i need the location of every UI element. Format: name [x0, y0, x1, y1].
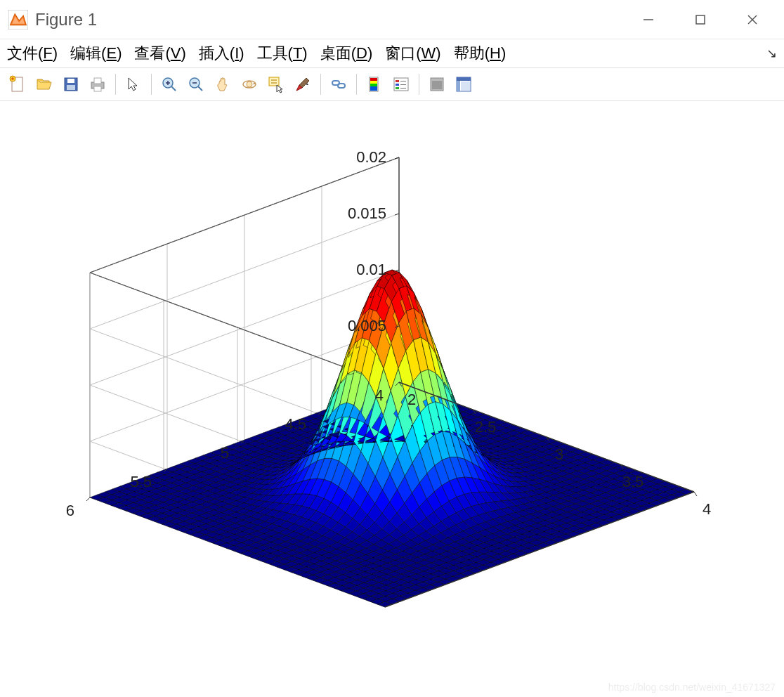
close-icon: [746, 13, 759, 26]
colorbar-icon: [365, 75, 384, 93]
hand-icon: [214, 75, 232, 93]
menu-dock-arrow-icon[interactable]: ↘: [766, 46, 777, 61]
toolbar-separator: [419, 74, 419, 95]
svg-rect-26: [338, 84, 345, 88]
toolbar-separator: [356, 74, 357, 95]
svg-text:0.01: 0.01: [356, 261, 386, 278]
svg-rect-30: [370, 84, 377, 86]
svg-text:2: 2: [407, 391, 416, 408]
menu-window[interactable]: 窗口(W): [385, 43, 440, 64]
window-controls: [639, 11, 776, 29]
toolbar-separator: [320, 74, 321, 95]
surface-plot: 22.533.5444.555.560.0050.010.0150.02: [0, 101, 784, 697]
app-icon: [8, 10, 28, 30]
rotate-button[interactable]: [237, 72, 261, 96]
menu-bar: 文件(F) 编辑(E) 查看(V) 插入(I) 工具(T) 桌面(D) 窗口(W…: [0, 39, 784, 67]
svg-rect-22: [269, 77, 279, 86]
svg-text:4: 4: [375, 386, 384, 404]
svg-text:5.5: 5.5: [130, 473, 152, 490]
figure-canvas[interactable]: 22.533.5444.555.560.0050.010.0150.02 htt…: [0, 101, 784, 697]
brush-button[interactable]: [291, 72, 315, 96]
print-icon: [89, 75, 107, 93]
brush-icon: [294, 75, 312, 93]
pan-button[interactable]: [211, 72, 235, 96]
svg-text:6: 6: [66, 502, 74, 519]
svg-rect-29: [370, 81, 377, 84]
close-button[interactable]: [743, 11, 762, 29]
new-figure-button[interactable]: [6, 72, 30, 96]
save-button[interactable]: [59, 72, 83, 96]
watermark: https://blog.csdn.net/weixin_41671327: [608, 682, 776, 693]
svg-text:2.5: 2.5: [475, 418, 497, 436]
svg-rect-35: [396, 84, 399, 86]
svg-text:0.005: 0.005: [348, 317, 386, 334]
toolbar-separator: [151, 74, 152, 95]
svg-rect-11: [94, 78, 101, 84]
svg-text:4.5: 4.5: [285, 415, 306, 433]
svg-rect-43: [457, 81, 460, 91]
menu-desktop[interactable]: 桌面(D): [320, 43, 373, 64]
new-file-icon: [8, 75, 27, 93]
svg-text:4: 4: [703, 500, 711, 518]
svg-rect-40: [432, 81, 442, 89]
svg-rect-33: [396, 80, 399, 82]
menu-help[interactable]: 帮助(H): [454, 43, 507, 64]
pointer-button[interactable]: [122, 72, 145, 96]
minimize-icon: [642, 13, 655, 26]
svg-line-1760: [86, 497, 90, 501]
svg-rect-37: [396, 87, 399, 89]
svg-text:5: 5: [221, 444, 229, 462]
title-bar: Figure 1: [0, 0, 784, 39]
folder-open-icon: [35, 75, 53, 93]
svg-text:0.02: 0.02: [356, 148, 386, 166]
svg-rect-2: [696, 15, 705, 24]
show-tools-button[interactable]: [452, 72, 476, 96]
maximize-button[interactable]: [691, 11, 710, 29]
maximize-icon: [694, 13, 707, 26]
svg-rect-12: [94, 86, 101, 91]
zoom-in-button[interactable]: [157, 72, 181, 96]
minimize-button[interactable]: [639, 11, 658, 29]
link-icon: [329, 75, 348, 93]
toolbar: [0, 67, 784, 101]
svg-rect-28: [370, 78, 377, 81]
svg-rect-8: [67, 79, 74, 83]
svg-line-18: [198, 86, 202, 91]
toolbar-separator: [115, 74, 116, 95]
menu-view[interactable]: 查看(V): [134, 43, 185, 64]
data-cursor-button[interactable]: [264, 72, 288, 96]
window-title: Figure 1: [35, 10, 639, 30]
svg-line-1755: [694, 492, 697, 496]
svg-line-14: [171, 86, 176, 91]
menu-edit[interactable]: 编辑(E): [70, 43, 122, 64]
menu-insert[interactable]: 插入(I): [199, 43, 244, 64]
svg-rect-31: [370, 86, 377, 91]
hide-tools-icon: [428, 75, 446, 93]
legend-icon: [392, 75, 410, 93]
menu-tools[interactable]: 工具(T): [257, 43, 308, 64]
colorbar-button[interactable]: [362, 72, 386, 96]
svg-rect-9: [67, 85, 75, 90]
hide-tools-button[interactable]: [425, 72, 449, 96]
menu-file[interactable]: 文件(F): [7, 43, 58, 64]
zoom-out-button[interactable]: [184, 72, 208, 96]
svg-rect-42: [457, 77, 471, 81]
svg-text:3: 3: [555, 445, 563, 463]
pointer-icon: [124, 75, 143, 93]
data-cursor-icon: [267, 75, 285, 93]
save-icon: [62, 75, 80, 93]
link-button[interactable]: [327, 72, 351, 96]
svg-rect-44: [461, 82, 470, 91]
zoom-in-icon: [160, 75, 178, 93]
rotate-3d-icon: [240, 75, 259, 93]
print-button[interactable]: [86, 72, 110, 96]
svg-text:0.015: 0.015: [348, 204, 386, 222]
svg-text:3.5: 3.5: [622, 473, 644, 490]
zoom-out-icon: [187, 75, 205, 93]
open-button[interactable]: [32, 72, 56, 96]
show-tools-icon: [455, 75, 473, 93]
svg-point-21: [247, 82, 252, 87]
legend-button[interactable]: [389, 72, 413, 96]
